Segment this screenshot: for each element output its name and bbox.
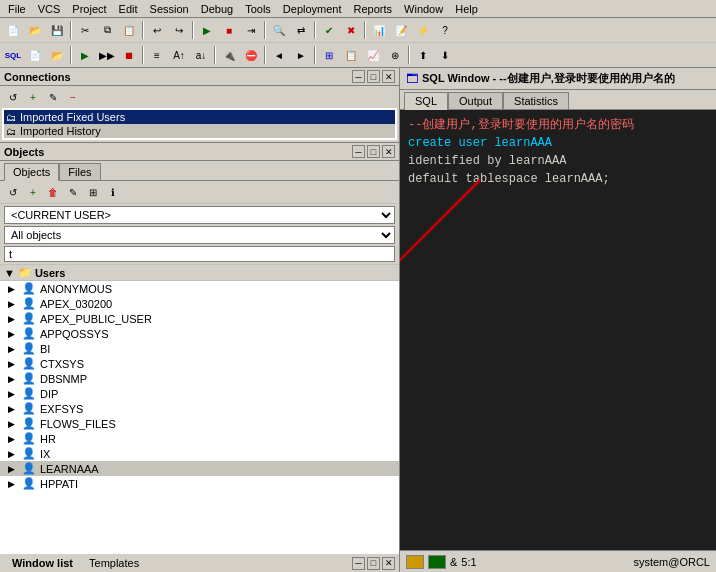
grid-btn[interactable]: ⊞ xyxy=(319,45,339,65)
objects-type-select[interactable]: All objects xyxy=(4,226,395,244)
wl-minimize[interactable]: ─ xyxy=(352,557,365,570)
conn-refresh-btn[interactable]: ↺ xyxy=(5,89,21,105)
tree-item-flows-files[interactable]: ▶ 👤 FLOWS_FILES xyxy=(0,416,399,431)
connect-btn[interactable]: 🔌 xyxy=(219,45,239,65)
tree-item-bi[interactable]: ▶ 👤 BI xyxy=(0,341,399,356)
status-left: & 5:1 xyxy=(406,555,477,569)
tree-item-ix[interactable]: ▶ 👤 IX xyxy=(0,446,399,461)
tree-item-appqossys[interactable]: ▶ 👤 APPQOSSYS xyxy=(0,326,399,341)
conn-add-btn[interactable]: + xyxy=(25,89,41,105)
chart-btn[interactable]: 📈 xyxy=(363,45,383,65)
rollback-btn[interactable]: ✖ xyxy=(341,20,361,40)
menu-edit[interactable]: Edit xyxy=(113,2,144,16)
find-btn[interactable]: 🔍 xyxy=(269,20,289,40)
connections-minimize[interactable]: ─ xyxy=(352,70,365,83)
tab-statistics[interactable]: Statistics xyxy=(503,92,569,109)
menu-file[interactable]: File xyxy=(2,2,32,16)
tree-item-dbsnmp[interactable]: ▶ 👤 DBSNMP xyxy=(0,371,399,386)
export-btn[interactable]: ⬆ xyxy=(413,45,433,65)
connection-item-0[interactable]: 🗂 Imported Fixed Users xyxy=(4,110,395,124)
menu-project[interactable]: Project xyxy=(66,2,112,16)
cut-btn[interactable]: ✂ xyxy=(75,20,95,40)
replace-btn[interactable]: ⇄ xyxy=(291,20,311,40)
objects-maximize[interactable]: □ xyxy=(367,145,380,158)
wl-close[interactable]: ✕ xyxy=(382,557,395,570)
obj-edit-btn[interactable]: ✎ xyxy=(65,184,81,200)
exec-btn[interactable]: ▶ xyxy=(75,45,95,65)
menu-vcs[interactable]: VCS xyxy=(32,2,67,16)
connections-maximize[interactable]: □ xyxy=(367,70,380,83)
paste-btn[interactable]: 📋 xyxy=(119,20,139,40)
obj-filter-btn[interactable]: ⊞ xyxy=(85,184,101,200)
tree-item-ctxsys[interactable]: ▶ 👤 CTXSYS xyxy=(0,356,399,371)
tree-item-dip[interactable]: ▶ 👤 DIP xyxy=(0,386,399,401)
objects-minimize[interactable]: ─ xyxy=(352,145,365,158)
tree-item-hppati[interactable]: ▶ 👤 HPPATI xyxy=(0,476,399,491)
tree-item-learnaaa[interactable]: ▶ 👤 LEARNAAA xyxy=(0,461,399,476)
disconnect-btn[interactable]: ⛔ xyxy=(241,45,261,65)
conn-remove-btn[interactable]: − xyxy=(65,89,81,105)
report-btn[interactable]: 📋 xyxy=(341,45,361,65)
run-btn[interactable]: ▶ xyxy=(197,20,217,40)
stop-btn[interactable]: ■ xyxy=(219,20,239,40)
stop-exec-btn[interactable]: ⏹ xyxy=(119,45,139,65)
tree-item-apex-public[interactable]: ▶ 👤 APEX_PUBLIC_USER xyxy=(0,311,399,326)
tree-item-exfsys[interactable]: ▶ 👤 EXFSYS xyxy=(0,401,399,416)
connections-close[interactable]: ✕ xyxy=(382,70,395,83)
exec-all-btn[interactable]: ▶▶ xyxy=(97,45,117,65)
menu-debug[interactable]: Debug xyxy=(195,2,239,16)
new-sql-btn[interactable]: 📄 xyxy=(25,45,45,65)
step-btn[interactable]: ⇥ xyxy=(241,20,261,40)
import-btn[interactable]: ⬇ xyxy=(435,45,455,65)
save-btn[interactable]: 💾 xyxy=(47,20,67,40)
pivot-btn[interactable]: ⊛ xyxy=(385,45,405,65)
objects-search-input[interactable] xyxy=(4,246,395,262)
obj-add-btn[interactable]: + xyxy=(25,184,41,200)
commit-btn[interactable]: ✔ xyxy=(319,20,339,40)
explain-btn[interactable]: 📊 xyxy=(369,20,389,40)
auto-btn[interactable]: ⚡ xyxy=(413,20,433,40)
undo-btn[interactable]: ↩ xyxy=(147,20,167,40)
new-btn[interactable]: 📄 xyxy=(3,20,23,40)
lower-btn[interactable]: a↓ xyxy=(191,45,211,65)
tab-objects[interactable]: Objects xyxy=(4,163,59,181)
redo-btn[interactable]: ↪ xyxy=(169,20,189,40)
copy-btn[interactable]: ⧉ xyxy=(97,20,117,40)
wl-maximize[interactable]: □ xyxy=(367,557,380,570)
connection-item-1[interactable]: 🗂 Imported History xyxy=(4,124,395,138)
objects-close[interactable]: ✕ xyxy=(382,145,395,158)
sep3 xyxy=(192,21,194,39)
tab-output[interactable]: Output xyxy=(448,92,503,109)
tab-files[interactable]: Files xyxy=(59,163,100,180)
tree-item-apex030200[interactable]: ▶ 👤 APEX_030200 xyxy=(0,296,399,311)
format-btn[interactable]: ≡ xyxy=(147,45,167,65)
menu-session[interactable]: Session xyxy=(144,2,195,16)
item-label: FLOWS_FILES xyxy=(40,418,116,430)
upper-btn[interactable]: A↑ xyxy=(169,45,189,65)
tab-sql[interactable]: SQL xyxy=(404,92,448,110)
objects-user-select[interactable]: <CURRENT USER> xyxy=(4,206,395,224)
menu-reports[interactable]: Reports xyxy=(348,2,399,16)
obj-props-btn[interactable]: ℹ xyxy=(105,184,121,200)
tab-window-list[interactable]: Window list xyxy=(4,556,81,570)
menu-help[interactable]: Help xyxy=(449,2,484,16)
obj-refresh-btn[interactable]: ↺ xyxy=(5,184,21,200)
help-toolbar-btn[interactable]: ? xyxy=(435,20,455,40)
menu-tools[interactable]: Tools xyxy=(239,2,277,16)
tree-item-hr[interactable]: ▶ 👤 HR xyxy=(0,431,399,446)
open-btn[interactable]: 📂 xyxy=(25,20,45,40)
tree-item-anonymous[interactable]: ▶ 👤 ANONYMOUS xyxy=(0,281,399,296)
nav-back-btn[interactable]: ◄ xyxy=(269,45,289,65)
item-icon: 👤 xyxy=(22,387,36,400)
dbms-btn[interactable]: 📝 xyxy=(391,20,411,40)
obj-delete-btn[interactable]: 🗑 xyxy=(45,184,61,200)
objects-toolbar: ↺ + 🗑 ✎ ⊞ ℹ xyxy=(0,181,399,204)
nav-fwd-btn[interactable]: ► xyxy=(291,45,311,65)
tree-section-users[interactable]: ▼ 📁 Users xyxy=(0,265,399,281)
menu-window[interactable]: Window xyxy=(398,2,449,16)
sql-icon-btn[interactable]: SQL xyxy=(3,45,23,65)
conn-edit-btn[interactable]: ✎ xyxy=(45,89,61,105)
tab-templates[interactable]: Templates xyxy=(81,556,147,570)
menu-deployment[interactable]: Deployment xyxy=(277,2,348,16)
open-db-btn[interactable]: 📂 xyxy=(47,45,67,65)
